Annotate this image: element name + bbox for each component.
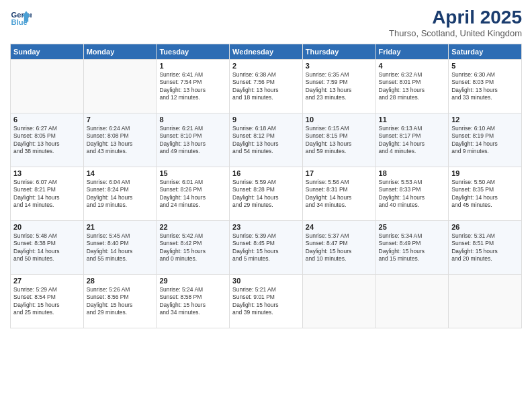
day-info: Sunrise: 5:26 AM Sunset: 8:56 PM Dayligh… — [87, 286, 154, 317]
day-cell — [11, 60, 84, 113]
day-cell: 17Sunrise: 5:56 AM Sunset: 8:31 PM Dayli… — [302, 167, 375, 221]
day-info: Sunrise: 5:37 AM Sunset: 8:47 PM Dayligh… — [306, 232, 373, 263]
day-info: Sunrise: 6:30 AM Sunset: 8:03 PM Dayligh… — [451, 71, 519, 102]
day-info: Sunrise: 6:15 AM Sunset: 8:15 PM Dayligh… — [306, 125, 373, 156]
day-cell: 25Sunrise: 5:34 AM Sunset: 8:49 PM Dayli… — [375, 221, 449, 275]
day-number: 24 — [306, 223, 373, 231]
day-cell — [375, 275, 449, 328]
day-number: 22 — [159, 223, 226, 231]
day-cell: 11Sunrise: 6:13 AM Sunset: 8:17 PM Dayli… — [375, 113, 449, 167]
week-row-2: 6Sunrise: 6:27 AM Sunset: 8:05 PM Daylig… — [11, 113, 522, 167]
day-cell: 9Sunrise: 6:18 AM Sunset: 8:12 PM Daylig… — [230, 113, 303, 167]
col-tuesday: Tuesday — [157, 44, 230, 60]
day-info: Sunrise: 6:41 AM Sunset: 7:54 PM Dayligh… — [159, 71, 226, 102]
day-number: 4 — [379, 62, 446, 70]
day-info: Sunrise: 5:56 AM Sunset: 8:31 PM Dayligh… — [306, 179, 373, 210]
day-cell: 21Sunrise: 5:45 AM Sunset: 8:40 PM Dayli… — [83, 221, 157, 275]
col-sunday: Sunday — [11, 44, 84, 60]
col-thursday: Thursday — [302, 44, 375, 60]
week-row-3: 13Sunrise: 6:07 AM Sunset: 8:21 PM Dayli… — [11, 167, 522, 221]
day-number: 8 — [159, 116, 226, 124]
day-number: 18 — [379, 169, 446, 177]
title-block: April 2025 Thurso, Scotland, United King… — [389, 7, 522, 38]
day-number: 28 — [87, 277, 154, 285]
day-cell: 10Sunrise: 6:15 AM Sunset: 8:15 PM Dayli… — [302, 113, 375, 167]
day-number: 6 — [13, 116, 81, 124]
day-info: Sunrise: 6:32 AM Sunset: 8:01 PM Dayligh… — [379, 71, 446, 102]
day-info: Sunrise: 5:42 AM Sunset: 8:42 PM Dayligh… — [159, 232, 226, 263]
col-monday: Monday — [83, 44, 157, 60]
day-number: 20 — [13, 223, 81, 231]
day-cell: 23Sunrise: 5:39 AM Sunset: 8:45 PM Dayli… — [230, 221, 303, 275]
day-number: 21 — [87, 223, 154, 231]
calendar-table: Sunday Monday Tuesday Wednesday Thursday… — [10, 44, 522, 328]
day-info: Sunrise: 5:29 AM Sunset: 8:54 PM Dayligh… — [13, 286, 81, 317]
day-number: 26 — [451, 223, 519, 231]
day-number: 19 — [451, 169, 519, 177]
day-info: Sunrise: 5:48 AM Sunset: 8:38 PM Dayligh… — [13, 232, 81, 263]
col-saturday: Saturday — [449, 44, 522, 60]
day-info: Sunrise: 5:34 AM Sunset: 8:49 PM Dayligh… — [379, 232, 446, 263]
day-cell: 28Sunrise: 5:26 AM Sunset: 8:56 PM Dayli… — [83, 275, 157, 328]
day-info: Sunrise: 5:45 AM Sunset: 8:40 PM Dayligh… — [87, 232, 154, 263]
day-number: 7 — [87, 116, 154, 124]
day-cell: 19Sunrise: 5:50 AM Sunset: 8:35 PM Dayli… — [449, 167, 522, 221]
main-title: April 2025 — [389, 7, 522, 28]
day-cell: 22Sunrise: 5:42 AM Sunset: 8:42 PM Dayli… — [157, 221, 230, 275]
day-cell: 20Sunrise: 5:48 AM Sunset: 8:38 PM Dayli… — [11, 221, 84, 275]
day-cell: 16Sunrise: 5:59 AM Sunset: 8:28 PM Dayli… — [230, 167, 303, 221]
day-number: 2 — [232, 62, 300, 70]
day-info: Sunrise: 5:50 AM Sunset: 8:35 PM Dayligh… — [451, 179, 519, 210]
col-friday: Friday — [375, 44, 449, 60]
day-info: Sunrise: 5:53 AM Sunset: 8:33 PM Dayligh… — [379, 179, 446, 210]
day-cell: 7Sunrise: 6:24 AM Sunset: 8:08 PM Daylig… — [83, 113, 157, 167]
week-row-5: 27Sunrise: 5:29 AM Sunset: 8:54 PM Dayli… — [11, 275, 522, 328]
day-number: 1 — [159, 62, 226, 70]
day-number: 27 — [13, 277, 81, 285]
day-number: 12 — [451, 116, 519, 124]
week-row-4: 20Sunrise: 5:48 AM Sunset: 8:38 PM Dayli… — [11, 221, 522, 275]
day-cell: 13Sunrise: 6:07 AM Sunset: 8:21 PM Dayli… — [11, 167, 84, 221]
day-cell: 4Sunrise: 6:32 AM Sunset: 8:01 PM Daylig… — [375, 60, 449, 113]
day-number: 15 — [159, 169, 226, 177]
day-number: 13 — [13, 169, 81, 177]
day-info: Sunrise: 5:24 AM Sunset: 8:58 PM Dayligh… — [159, 286, 226, 317]
day-info: Sunrise: 6:24 AM Sunset: 8:08 PM Dayligh… — [87, 125, 154, 156]
day-info: Sunrise: 5:39 AM Sunset: 8:45 PM Dayligh… — [232, 232, 300, 263]
day-cell: 6Sunrise: 6:27 AM Sunset: 8:05 PM Daylig… — [11, 113, 84, 167]
day-info: Sunrise: 6:01 AM Sunset: 8:26 PM Dayligh… — [159, 179, 226, 210]
day-number: 14 — [87, 169, 154, 177]
day-cell: 24Sunrise: 5:37 AM Sunset: 8:47 PM Dayli… — [302, 221, 375, 275]
col-wednesday: Wednesday — [230, 44, 303, 60]
day-number: 11 — [379, 116, 446, 124]
day-cell — [449, 275, 522, 328]
day-info: Sunrise: 6:35 AM Sunset: 7:59 PM Dayligh… — [306, 71, 373, 102]
day-cell — [302, 275, 375, 328]
day-cell: 3Sunrise: 6:35 AM Sunset: 7:59 PM Daylig… — [302, 60, 375, 113]
day-cell: 2Sunrise: 6:38 AM Sunset: 7:56 PM Daylig… — [230, 60, 303, 113]
week-row-1: 1Sunrise: 6:41 AM Sunset: 7:54 PM Daylig… — [11, 60, 522, 113]
day-info: Sunrise: 6:04 AM Sunset: 8:24 PM Dayligh… — [87, 179, 154, 210]
day-number: 30 — [232, 277, 300, 285]
day-info: Sunrise: 5:59 AM Sunset: 8:28 PM Dayligh… — [232, 179, 300, 210]
day-info: Sunrise: 6:07 AM Sunset: 8:21 PM Dayligh… — [13, 179, 81, 210]
header: General Blue April 2025 Thurso, Scotland… — [10, 7, 522, 38]
day-number: 10 — [306, 116, 373, 124]
day-number: 17 — [306, 169, 373, 177]
day-number: 16 — [232, 169, 300, 177]
day-cell: 8Sunrise: 6:21 AM Sunset: 8:10 PM Daylig… — [157, 113, 230, 167]
day-cell: 1Sunrise: 6:41 AM Sunset: 7:54 PM Daylig… — [157, 60, 230, 113]
day-cell: 30Sunrise: 5:21 AM Sunset: 9:01 PM Dayli… — [230, 275, 303, 328]
day-info: Sunrise: 6:21 AM Sunset: 8:10 PM Dayligh… — [159, 125, 226, 156]
day-info: Sunrise: 6:18 AM Sunset: 8:12 PM Dayligh… — [232, 125, 300, 156]
day-cell: 27Sunrise: 5:29 AM Sunset: 8:54 PM Dayli… — [11, 275, 84, 328]
logo: General Blue — [10, 7, 33, 28]
day-cell: 26Sunrise: 5:31 AM Sunset: 8:51 PM Dayli… — [449, 221, 522, 275]
day-number: 9 — [232, 116, 300, 124]
day-number: 5 — [451, 62, 519, 70]
day-info: Sunrise: 6:38 AM Sunset: 7:56 PM Dayligh… — [232, 71, 300, 102]
day-cell: 5Sunrise: 6:30 AM Sunset: 8:03 PM Daylig… — [449, 60, 522, 113]
day-number: 25 — [379, 223, 446, 231]
day-cell: 15Sunrise: 6:01 AM Sunset: 8:26 PM Dayli… — [157, 167, 230, 221]
day-cell: 14Sunrise: 6:04 AM Sunset: 8:24 PM Dayli… — [83, 167, 157, 221]
